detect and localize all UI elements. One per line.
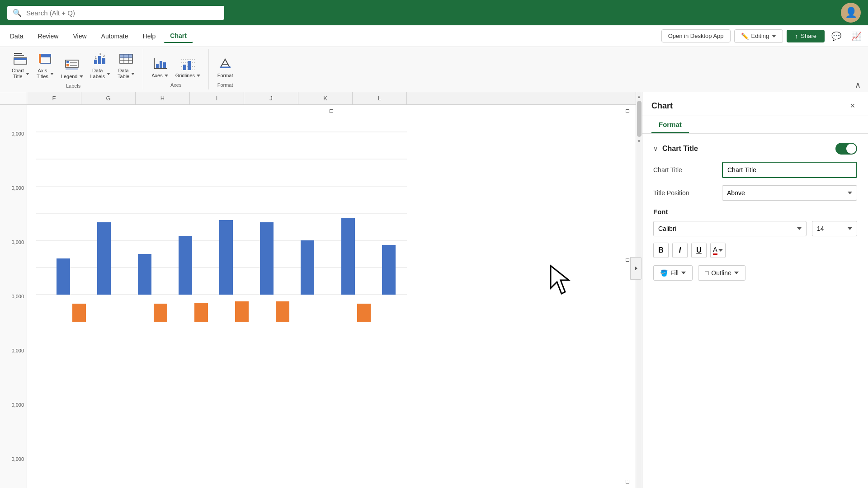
menu-item-help[interactable]: Help (137, 30, 162, 42)
ribbon: Chart Title AxisTitles (0, 47, 868, 92)
gridlines-button[interactable]: Gridlines (173, 56, 203, 80)
chart-title-toggle[interactable] (835, 143, 857, 155)
col-header-g: G (81, 92, 136, 104)
scroll-down-arrow[interactable]: ▼ (636, 138, 642, 145)
outline-button[interactable]: □ Outline (698, 265, 745, 281)
panel-header: Chart × (642, 92, 868, 116)
axes-icon (151, 57, 168, 72)
svg-rect-58 (235, 301, 249, 322)
menu-item-chart[interactable]: Chart (164, 29, 193, 43)
section-name: Chart Title (662, 145, 698, 153)
svg-rect-5 (41, 54, 51, 57)
format-label: Format (217, 73, 233, 79)
row-header-spacer (0, 92, 27, 105)
title-position-select[interactable]: Above (722, 185, 857, 201)
chart-title-field-label: Chart Title (653, 166, 717, 174)
legend-icon (65, 58, 79, 73)
share-label: Share (801, 33, 816, 39)
search-input[interactable] (26, 9, 219, 17)
svg-text:1: 1 (95, 56, 97, 59)
ribbon-group-format: Format Format (209, 49, 241, 89)
search-icon: 🔍 (13, 9, 22, 17)
axes-button[interactable]: Axes (149, 56, 170, 80)
svg-rect-25 (120, 54, 132, 58)
panel-tab-format[interactable]: Format (651, 116, 689, 133)
data-labels-chevron-icon (107, 73, 110, 75)
search-wrapper: 🔍 (7, 6, 224, 20)
data-table-button[interactable]: DataTable (115, 51, 137, 81)
svg-rect-1 (14, 58, 27, 60)
chart-title-icon (13, 52, 28, 67)
fill-icon: 🪣 (660, 269, 668, 277)
svg-rect-56 (154, 304, 167, 322)
svg-rect-47 (97, 222, 111, 295)
svg-rect-59 (276, 301, 289, 322)
chart-title-input[interactable] (722, 162, 857, 178)
font-controls: Calibri 14 (653, 221, 857, 236)
y-label-4: 0,000 (1, 294, 26, 299)
svg-rect-46 (57, 258, 70, 295)
ribbon-group-labels: Chart Title AxisTitles (4, 49, 143, 89)
axis-titles-chevron-icon (50, 73, 54, 75)
editing-button[interactable]: ✏️ Editing (734, 29, 783, 43)
fill-outline-row: 🪣 Fill □ Outline (653, 265, 857, 281)
menu-item-automate[interactable]: Automate (95, 30, 135, 42)
comment-button[interactable]: 💬 (828, 28, 844, 44)
y-label-5: 0,000 (1, 348, 26, 353)
svg-rect-53 (341, 218, 355, 295)
svg-rect-60 (357, 304, 371, 322)
axis-titles-icon (38, 52, 52, 67)
vertical-scrollbar[interactable]: ▲ ▼ (636, 92, 642, 488)
data-labels-button[interactable]: 1 3 2 DataLabels (88, 51, 113, 81)
svg-rect-16 (102, 58, 105, 64)
col-header-h: H (136, 92, 190, 104)
underline-button[interactable]: U (691, 243, 707, 258)
bold-button[interactable]: B (653, 243, 669, 258)
chart-title-button[interactable]: Chart Title (9, 51, 32, 81)
axes-group-label: Axes (170, 82, 181, 89)
format-button[interactable]: Format (214, 56, 236, 80)
pencil-icon: ✏️ (741, 33, 749, 40)
font-size-select[interactable]: 14 (812, 221, 857, 236)
menu-item-view[interactable]: View (66, 30, 93, 42)
font-color-button[interactable]: A (710, 243, 726, 258)
font-size-chevron-icon (848, 227, 852, 230)
menu-right: Open in Desktop App ✏️ Editing ↑ Share 💬… (661, 28, 864, 44)
gridlines-icon (179, 57, 196, 72)
svg-rect-28 (156, 64, 159, 68)
ribbon-labels-items: Chart Title AxisTitles (9, 49, 137, 81)
font-family-chevron-icon (797, 227, 802, 230)
scroll-thumb[interactable] (637, 101, 642, 137)
main-content: F G H I J K L (27, 92, 636, 488)
legend-button[interactable]: Legend (58, 56, 86, 81)
panel-close-button[interactable]: × (846, 99, 859, 112)
open-desktop-button[interactable]: Open in Desktop App (661, 29, 731, 42)
font-section-label: Font (653, 208, 857, 216)
section-chevron-icon[interactable]: ∨ (653, 145, 658, 152)
ribbon-group-axes: Axes Gridlines (143, 49, 209, 89)
data-table-icon (119, 52, 133, 67)
menu-item-review[interactable]: Review (32, 30, 65, 42)
ribbon-collapse-button[interactable]: ∧ (851, 78, 864, 92)
axis-titles-button[interactable]: AxisTitles (34, 51, 57, 81)
svg-rect-57 (194, 303, 208, 322)
underline-label: U (696, 246, 702, 254)
svg-rect-48 (138, 254, 151, 295)
font-family-select[interactable]: Calibri (653, 221, 807, 236)
y-axis-labels: 0,000 0,000 0,000 0,000 0,000 0,000 0,00… (0, 105, 27, 488)
italic-button[interactable]: I (672, 243, 688, 258)
share-button[interactable]: ↑ Share (787, 30, 825, 42)
toggle-knob (846, 144, 856, 154)
menu-item-data[interactable]: Data (4, 30, 30, 42)
section-title-row: ∨ Chart Title (653, 145, 698, 153)
chart-main-area (27, 105, 636, 488)
y-label-6: 0,000 (1, 402, 26, 408)
fill-chevron-icon (681, 272, 686, 274)
format-icon (217, 57, 233, 72)
fill-button[interactable]: 🪣 Fill (653, 265, 693, 281)
scroll-up-arrow[interactable]: ▲ (636, 93, 642, 100)
outline-icon: □ (705, 269, 708, 277)
italic-label: I (679, 246, 681, 254)
chart-sparkline-button[interactable]: 📈 (848, 28, 864, 44)
col-header-i: I (190, 92, 244, 104)
